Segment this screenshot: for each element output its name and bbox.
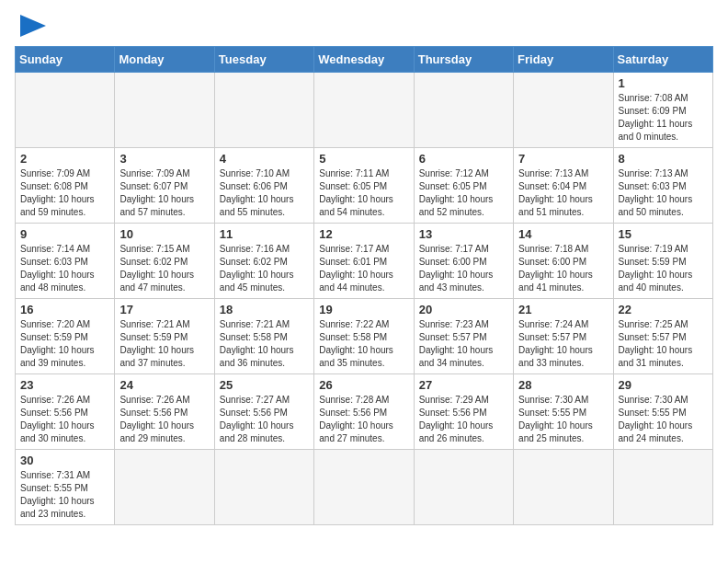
calendar-cell: 15Sunrise: 7:19 AM Sunset: 5:59 PM Dayli… xyxy=(613,224,712,299)
calendar-cell xyxy=(214,73,313,148)
day-number: 12 xyxy=(319,227,408,241)
calendar-cell xyxy=(16,73,115,148)
day-info: Sunrise: 7:08 AM Sunset: 6:09 PM Dayligh… xyxy=(619,92,708,144)
calendar-cell: 1Sunrise: 7:08 AM Sunset: 6:09 PM Daylig… xyxy=(613,73,712,148)
weekday-header-friday: Friday xyxy=(514,47,613,73)
calendar-cell: 22Sunrise: 7:25 AM Sunset: 5:57 PM Dayli… xyxy=(613,299,712,374)
day-number: 30 xyxy=(20,454,109,467)
calendar-cell: 26Sunrise: 7:28 AM Sunset: 5:56 PM Dayli… xyxy=(314,374,414,450)
week-row-3: 9Sunrise: 7:14 AM Sunset: 6:03 PM Daylig… xyxy=(16,224,713,299)
weekday-header-tuesday: Tuesday xyxy=(214,47,313,73)
weekday-header-saturday: Saturday xyxy=(613,47,712,73)
day-number: 22 xyxy=(619,303,708,316)
day-number: 2 xyxy=(20,152,109,166)
week-row-2: 2Sunrise: 7:09 AM Sunset: 6:08 PM Daylig… xyxy=(16,148,713,224)
calendar-cell: 16Sunrise: 7:20 AM Sunset: 5:59 PM Dayli… xyxy=(16,299,115,374)
calendar-cell: 21Sunrise: 7:24 AM Sunset: 5:57 PM Dayli… xyxy=(514,299,613,374)
day-number: 5 xyxy=(319,152,408,166)
calendar-cell xyxy=(115,73,214,148)
calendar-cell: 28Sunrise: 7:30 AM Sunset: 5:55 PM Dayli… xyxy=(514,374,613,450)
day-info: Sunrise: 7:19 AM Sunset: 5:59 PM Dayligh… xyxy=(619,243,708,294)
day-info: Sunrise: 7:27 AM Sunset: 5:56 PM Dayligh… xyxy=(220,394,309,445)
day-info: Sunrise: 7:21 AM Sunset: 5:58 PM Dayligh… xyxy=(220,318,309,370)
calendar-cell xyxy=(414,450,513,525)
day-info: Sunrise: 7:26 AM Sunset: 5:56 PM Dayligh… xyxy=(20,394,109,445)
day-info: Sunrise: 7:31 AM Sunset: 5:55 PM Dayligh… xyxy=(20,469,109,521)
day-number: 18 xyxy=(220,303,309,316)
day-number: 13 xyxy=(419,227,508,241)
day-number: 10 xyxy=(119,227,209,241)
week-row-5: 23Sunrise: 7:26 AM Sunset: 5:56 PM Dayli… xyxy=(16,374,713,450)
week-row-1: 1Sunrise: 7:08 AM Sunset: 6:09 PM Daylig… xyxy=(16,73,713,148)
calendar-cell: 3Sunrise: 7:09 AM Sunset: 6:07 PM Daylig… xyxy=(115,148,214,224)
calendar-cell: 29Sunrise: 7:30 AM Sunset: 5:55 PM Dayli… xyxy=(613,374,712,450)
logo-icon xyxy=(20,15,46,37)
calendar-cell: 12Sunrise: 7:17 AM Sunset: 6:01 PM Dayli… xyxy=(314,224,414,299)
logo xyxy=(15,15,46,37)
week-row-6: 30Sunrise: 7:31 AM Sunset: 5:55 PM Dayli… xyxy=(16,450,713,525)
day-number: 16 xyxy=(20,303,109,316)
calendar-cell xyxy=(314,450,414,525)
weekday-header-monday: Monday xyxy=(115,47,214,73)
day-info: Sunrise: 7:10 AM Sunset: 6:06 PM Dayligh… xyxy=(220,167,309,219)
day-info: Sunrise: 7:15 AM Sunset: 6:02 PM Dayligh… xyxy=(119,243,209,294)
day-info: Sunrise: 7:24 AM Sunset: 5:57 PM Dayligh… xyxy=(518,318,608,370)
day-info: Sunrise: 7:11 AM Sunset: 6:05 PM Dayligh… xyxy=(319,167,408,219)
calendar-cell xyxy=(613,450,712,525)
day-info: Sunrise: 7:21 AM Sunset: 5:59 PM Dayligh… xyxy=(119,318,209,370)
day-number: 8 xyxy=(619,152,708,166)
calendar-cell xyxy=(514,73,613,148)
weekday-header-row: SundayMondayTuesdayWednesdayThursdayFrid… xyxy=(16,47,713,73)
calendar-cell: 14Sunrise: 7:18 AM Sunset: 6:00 PM Dayli… xyxy=(514,224,613,299)
day-number: 21 xyxy=(518,303,608,316)
calendar-cell: 30Sunrise: 7:31 AM Sunset: 5:55 PM Dayli… xyxy=(16,450,115,525)
calendar-cell: 7Sunrise: 7:13 AM Sunset: 6:04 PM Daylig… xyxy=(514,148,613,224)
day-number: 15 xyxy=(619,227,708,241)
day-info: Sunrise: 7:13 AM Sunset: 6:04 PM Dayligh… xyxy=(518,167,608,219)
day-info: Sunrise: 7:29 AM Sunset: 5:56 PM Dayligh… xyxy=(419,394,508,445)
calendar-table: SundayMondayTuesdayWednesdayThursdayFrid… xyxy=(15,46,713,525)
calendar-cell: 17Sunrise: 7:21 AM Sunset: 5:59 PM Dayli… xyxy=(115,299,214,374)
day-info: Sunrise: 7:30 AM Sunset: 5:55 PM Dayligh… xyxy=(619,394,708,445)
calendar-cell: 4Sunrise: 7:10 AM Sunset: 6:06 PM Daylig… xyxy=(214,148,313,224)
day-number: 1 xyxy=(619,76,708,90)
calendar-cell: 20Sunrise: 7:23 AM Sunset: 5:57 PM Dayli… xyxy=(414,299,513,374)
day-number: 4 xyxy=(220,152,309,166)
calendar-cell xyxy=(214,450,313,525)
day-info: Sunrise: 7:14 AM Sunset: 6:03 PM Dayligh… xyxy=(20,243,109,294)
calendar-cell: 10Sunrise: 7:15 AM Sunset: 6:02 PM Dayli… xyxy=(115,224,214,299)
svg-marker-0 xyxy=(20,15,46,37)
day-number: 24 xyxy=(119,378,209,392)
header xyxy=(15,15,713,37)
day-number: 6 xyxy=(419,152,508,166)
day-number: 19 xyxy=(319,303,408,316)
day-info: Sunrise: 7:17 AM Sunset: 6:00 PM Dayligh… xyxy=(419,243,508,294)
day-info: Sunrise: 7:25 AM Sunset: 5:57 PM Dayligh… xyxy=(619,318,708,370)
calendar-cell xyxy=(115,450,214,525)
day-info: Sunrise: 7:22 AM Sunset: 5:58 PM Dayligh… xyxy=(319,318,408,370)
day-info: Sunrise: 7:28 AM Sunset: 5:56 PM Dayligh… xyxy=(319,394,408,445)
day-number: 25 xyxy=(220,378,309,392)
day-number: 14 xyxy=(518,227,608,241)
day-info: Sunrise: 7:30 AM Sunset: 5:55 PM Dayligh… xyxy=(518,394,608,445)
day-info: Sunrise: 7:12 AM Sunset: 6:05 PM Dayligh… xyxy=(419,167,508,219)
calendar-cell: 13Sunrise: 7:17 AM Sunset: 6:00 PM Dayli… xyxy=(414,224,513,299)
day-info: Sunrise: 7:17 AM Sunset: 6:01 PM Dayligh… xyxy=(319,243,408,294)
calendar-cell xyxy=(314,73,414,148)
week-row-4: 16Sunrise: 7:20 AM Sunset: 5:59 PM Dayli… xyxy=(16,299,713,374)
weekday-header-thursday: Thursday xyxy=(414,47,513,73)
calendar-cell xyxy=(414,73,513,148)
day-info: Sunrise: 7:09 AM Sunset: 6:07 PM Dayligh… xyxy=(119,167,209,219)
day-number: 3 xyxy=(119,152,209,166)
calendar-cell: 18Sunrise: 7:21 AM Sunset: 5:58 PM Dayli… xyxy=(214,299,313,374)
calendar-cell: 24Sunrise: 7:26 AM Sunset: 5:56 PM Dayli… xyxy=(115,374,214,450)
day-info: Sunrise: 7:16 AM Sunset: 6:02 PM Dayligh… xyxy=(220,243,309,294)
calendar-cell: 5Sunrise: 7:11 AM Sunset: 6:05 PM Daylig… xyxy=(314,148,414,224)
day-number: 20 xyxy=(419,303,508,316)
day-info: Sunrise: 7:26 AM Sunset: 5:56 PM Dayligh… xyxy=(119,394,209,445)
calendar-cell: 9Sunrise: 7:14 AM Sunset: 6:03 PM Daylig… xyxy=(16,224,115,299)
calendar-cell xyxy=(514,450,613,525)
day-info: Sunrise: 7:09 AM Sunset: 6:08 PM Dayligh… xyxy=(20,167,109,219)
calendar-cell: 6Sunrise: 7:12 AM Sunset: 6:05 PM Daylig… xyxy=(414,148,513,224)
day-number: 27 xyxy=(419,378,508,392)
